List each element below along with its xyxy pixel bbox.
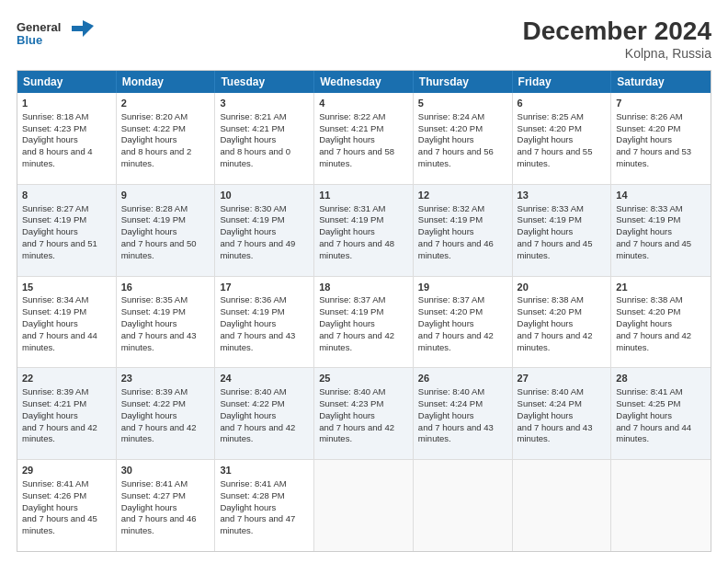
title-block: December 2024 Kolpna, Russia: [523, 17, 711, 61]
day-number: 27: [518, 372, 607, 385]
day-cell-13: 13 Sunrise: 8:33 AM Sunset: 4:19 PM Dayl…: [513, 185, 612, 276]
day-cell-23: 23 Sunrise: 8:39 AM Sunset: 4:22 PM Dayl…: [117, 368, 216, 459]
day-cell-25: 25 Sunrise: 8:40 AM Sunset: 4:23 PM Dayl…: [314, 368, 414, 459]
sunset-label: Sunset: 4:20 PM: [518, 123, 582, 133]
sunset-label: Sunset: 4:19 PM: [220, 306, 284, 316]
sunset-label: Sunset: 4:19 PM: [22, 214, 86, 224]
day-cell-26: 26 Sunrise: 8:40 AM Sunset: 4:24 PM Dayl…: [414, 368, 513, 459]
day-cell-7: 7 Sunrise: 8:26 AM Sunset: 4:20 PM Dayli…: [611, 93, 711, 184]
sunset-label: Sunset: 4:20 PM: [616, 123, 680, 133]
sunrise-label: Sunrise: 8:20 AM: [121, 111, 188, 121]
day-cell-4: 4 Sunrise: 8:22 AM Sunset: 4:21 PM Dayli…: [314, 93, 414, 184]
day-cell-16: 16 Sunrise: 8:35 AM Sunset: 4:19 PM Dayl…: [117, 277, 216, 368]
day-cell-5: 5 Sunrise: 8:24 AM Sunset: 4:20 PM Dayli…: [414, 93, 513, 184]
sunrise-label: Sunrise: 8:31 AM: [319, 203, 385, 213]
day-number: 1: [22, 97, 111, 110]
daylight-value: and 7 hours and 44 minutes.: [616, 422, 691, 444]
sunrise-label: Sunrise: 8:25 AM: [518, 111, 584, 121]
daylight-label: Daylight hours: [616, 410, 672, 420]
sunset-label: Sunset: 4:19 PM: [220, 214, 284, 224]
day-number: 11: [319, 189, 408, 202]
daylight-label: Daylight hours: [121, 226, 177, 236]
sunrise-label: Sunrise: 8:18 AM: [22, 111, 88, 121]
day-cell-11: 11 Sunrise: 8:31 AM Sunset: 4:19 PM Dayl…: [314, 185, 414, 276]
day-cell-18: 18 Sunrise: 8:37 AM Sunset: 4:19 PM Dayl…: [314, 277, 414, 368]
calendar: SundayMondayTuesdayWednesdayThursdayFrid…: [17, 70, 711, 552]
sunset-label: Sunset: 4:22 PM: [220, 398, 284, 408]
sunset-label: Sunset: 4:19 PM: [121, 214, 186, 224]
daylight-label: Daylight hours: [22, 134, 78, 144]
day-cell-17: 17 Sunrise: 8:36 AM Sunset: 4:19 PM Dayl…: [215, 277, 314, 368]
sunrise-label: Sunrise: 8:34 AM: [22, 294, 88, 304]
daylight-label: Daylight hours: [418, 226, 474, 236]
day-header-saturday: Saturday: [611, 71, 711, 93]
day-number: 31: [220, 464, 309, 477]
sunrise-label: Sunrise: 8:38 AM: [616, 294, 682, 304]
daylight-label: Daylight hours: [518, 410, 574, 420]
sunrise-label: Sunrise: 8:32 AM: [418, 203, 484, 213]
daylight-label: Daylight hours: [22, 410, 78, 420]
sunset-label: Sunset: 4:19 PM: [319, 306, 383, 316]
sunset-label: Sunset: 4:22 PM: [121, 398, 186, 408]
daylight-value: and 7 hours and 47 minutes.: [220, 513, 295, 535]
sunset-label: Sunset: 4:22 PM: [121, 123, 186, 133]
day-cell-10: 10 Sunrise: 8:30 AM Sunset: 4:19 PM Dayl…: [215, 185, 314, 276]
day-cell-1: 1 Sunrise: 8:18 AM Sunset: 4:23 PM Dayli…: [17, 93, 117, 184]
daylight-value: and 7 hours and 43 minutes.: [121, 330, 197, 352]
sunset-label: Sunset: 4:24 PM: [418, 398, 483, 408]
daylight-value: and 7 hours and 45 minutes.: [616, 238, 691, 260]
empty-cell-4-5: [513, 460, 612, 551]
daylight-value: and 7 hours and 42 minutes.: [319, 422, 394, 444]
daylight-value: and 7 hours and 48 minutes.: [319, 238, 394, 260]
sunrise-label: Sunrise: 8:41 AM: [220, 478, 286, 488]
sunrise-label: Sunrise: 8:38 AM: [518, 294, 584, 304]
sunrise-label: Sunrise: 8:40 AM: [220, 386, 286, 396]
sunset-label: Sunset: 4:26 PM: [22, 490, 86, 500]
sunrise-label: Sunrise: 8:39 AM: [22, 386, 88, 396]
sunrise-label: Sunrise: 8:26 AM: [616, 111, 682, 121]
day-header-friday: Friday: [513, 71, 612, 93]
day-number: 12: [418, 189, 507, 202]
daylight-label: Daylight hours: [518, 134, 574, 144]
day-cell-14: 14 Sunrise: 8:33 AM Sunset: 4:19 PM Dayl…: [611, 185, 711, 276]
daylight-value: and 7 hours and 43 minutes.: [418, 422, 494, 444]
daylight-label: Daylight hours: [418, 318, 474, 328]
daylight-value: and 7 hours and 43 minutes.: [220, 330, 295, 352]
sunrise-label: Sunrise: 8:37 AM: [319, 294, 385, 304]
sunrise-label: Sunrise: 8:27 AM: [22, 203, 88, 213]
sunrise-label: Sunrise: 8:21 AM: [220, 111, 286, 121]
sunset-label: Sunset: 4:23 PM: [319, 398, 383, 408]
daylight-label: Daylight hours: [616, 134, 672, 144]
daylight-label: Daylight hours: [220, 502, 276, 512]
daylight-value: and 7 hours and 44 minutes.: [22, 330, 97, 352]
daylight-value: and 7 hours and 43 minutes.: [518, 422, 593, 444]
daylight-label: Daylight hours: [319, 410, 375, 420]
day-number: 13: [518, 189, 607, 202]
week-row-1: 1 Sunrise: 8:18 AM Sunset: 4:23 PM Dayli…: [17, 93, 711, 184]
day-header-wednesday: Wednesday: [314, 71, 414, 93]
day-number: 5: [418, 97, 507, 110]
day-header-thursday: Thursday: [414, 71, 513, 93]
day-cell-30: 30 Sunrise: 8:41 AM Sunset: 4:27 PM Dayl…: [117, 460, 216, 551]
daylight-label: Daylight hours: [220, 410, 276, 420]
daylight-label: Daylight hours: [22, 226, 78, 236]
daylight-value: and 8 hours and 4 minutes.: [22, 146, 93, 168]
logo-svg: General Blue: [17, 17, 99, 52]
daylight-value: and 7 hours and 49 minutes.: [220, 238, 295, 260]
day-number: 14: [616, 189, 706, 202]
sunset-label: Sunset: 4:19 PM: [418, 214, 483, 224]
sunrise-label: Sunrise: 8:33 AM: [518, 203, 584, 213]
day-header-tuesday: Tuesday: [215, 71, 314, 93]
day-number: 21: [616, 281, 706, 294]
day-cell-9: 9 Sunrise: 8:28 AM Sunset: 4:19 PM Dayli…: [117, 185, 216, 276]
day-number: 19: [418, 281, 507, 294]
daylight-value: and 7 hours and 45 minutes.: [518, 238, 593, 260]
sunset-label: Sunset: 4:19 PM: [22, 306, 86, 316]
sunrise-label: Sunrise: 8:35 AM: [121, 294, 188, 304]
sunset-label: Sunset: 4:21 PM: [22, 398, 86, 408]
daylight-value: and 7 hours and 46 minutes.: [121, 513, 197, 535]
day-number: 28: [616, 372, 706, 385]
sunrise-label: Sunrise: 8:24 AM: [418, 111, 484, 121]
daylight-label: Daylight hours: [418, 410, 474, 420]
daylight-value: and 7 hours and 42 minutes.: [616, 330, 691, 352]
